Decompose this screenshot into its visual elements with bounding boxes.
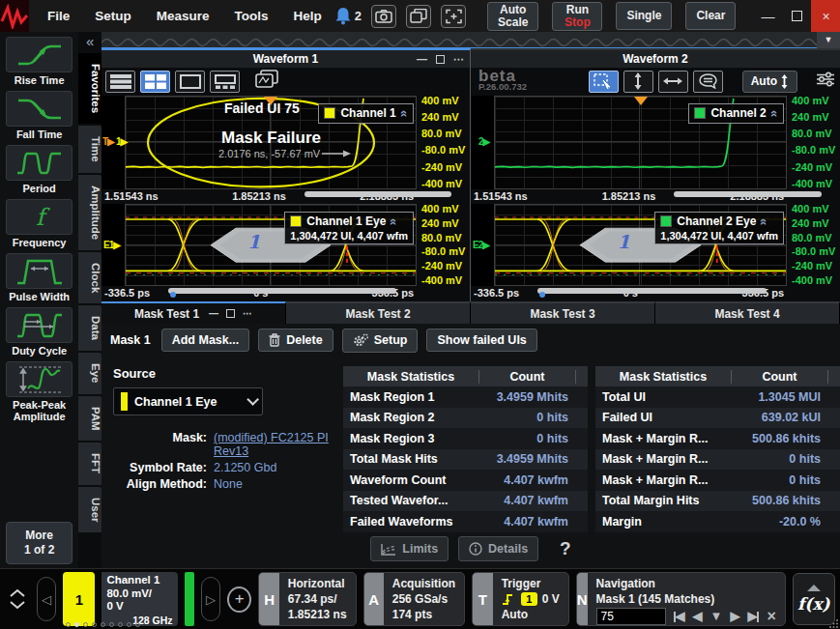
layout-grid-icon[interactable] [140, 71, 170, 93]
minimize-icon[interactable]: — [209, 308, 218, 319]
horizontal-panel[interactable]: H Horizontal 67.34 ps/ 1.85213 ns [258, 572, 356, 626]
show-failed-uis-button[interactable]: Show failed UIs [426, 329, 536, 352]
collapse-badge-icon[interactable]: « [397, 110, 412, 117]
limits-button[interactable]: Limits [370, 536, 449, 561]
column-header-statistics[interactable]: Mask Statistics [595, 370, 732, 384]
horizontal-scrollbar[interactable] [537, 288, 767, 294]
math-function-button[interactable]: f(x) [793, 573, 835, 625]
category-tab[interactable]: Eye [78, 353, 101, 395]
channel1-info-panel[interactable]: Channel 1 80.0 mV/ 0 V 128 GHz [101, 572, 177, 626]
tab-mask-test-2[interactable]: Mask Test 2 [286, 301, 471, 324]
measurement-fall-time[interactable]: Fall Time [6, 91, 72, 140]
menu-item[interactable]: Measure [144, 9, 222, 23]
channel2-eye-badge[interactable]: Channel 2 Eye « 1,304,472 UI, 4,407 wfm [654, 212, 784, 244]
horizontal-scrollbar[interactable] [304, 191, 451, 197]
nav-close-button[interactable]: × [767, 609, 775, 624]
category-tab[interactable]: Time [78, 126, 101, 175]
more-measurements-button[interactable]: More1 of 2 [6, 522, 72, 564]
collapse-badge-icon[interactable]: « [768, 110, 782, 117]
menu-item[interactable]: Setup [82, 9, 144, 23]
vertical-zoom-icon[interactable] [623, 71, 653, 93]
nav-next-button[interactable]: ▶ [730, 609, 739, 624]
horizontal-zoom-icon[interactable] [658, 71, 688, 93]
channel1-eye-plot[interactable]: 1 Channel 1 Eye « 1,304,472 UI, 4,407 wf… [125, 204, 417, 286]
collapse-badge-icon[interactable]: « [757, 218, 771, 225]
annotation-icon[interactable] [693, 71, 723, 93]
details-button[interactable]: Details [458, 536, 538, 561]
category-tab[interactable]: Amplitude [78, 175, 101, 252]
nav-prev-button[interactable]: ◀ [693, 609, 703, 624]
horizontal-scrollbar[interactable] [168, 288, 396, 294]
delete-mask-button[interactable]: Delete [258, 329, 333, 352]
waveform1-titlebar[interactable]: Waveform 1 — ⋯ [101, 50, 470, 68]
zoom-box-icon[interactable] [441, 5, 466, 28]
channel1-plot[interactable]: Failed UI 75 Mask Failure 2.0176 ns, -57… [125, 96, 417, 189]
maximize-icon[interactable] [436, 55, 445, 64]
clear-button[interactable]: Clear [685, 2, 736, 30]
measurement-duty-cycle[interactable]: Duty Cycle [6, 307, 72, 357]
category-tab[interactable]: Favorites [78, 53, 101, 126]
trigger-position-marker[interactable] [634, 97, 648, 105]
layout-split-icon[interactable] [210, 71, 240, 93]
channel2-badge[interactable]: Channel 2 « [688, 103, 784, 124]
notification-bell-icon[interactable] [334, 7, 352, 25]
channel2-plot[interactable]: Channel 2 « [494, 96, 787, 189]
channel2-collapsed-bar[interactable] [185, 572, 194, 626]
collapse-badge-icon[interactable]: « [387, 218, 401, 225]
channel1-ground-marker[interactable]: 1▶ [116, 136, 127, 147]
category-tab[interactable]: User [78, 487, 101, 535]
tab-mask-test-1[interactable]: Mask Test 1 — ⋯ [101, 301, 286, 324]
screenshot-camera-icon[interactable] [371, 5, 396, 28]
tab-mask-test-4[interactable]: Mask Test 4 [655, 301, 840, 324]
column-header-count[interactable]: Count [479, 370, 576, 384]
channel2-eye-plot[interactable]: 1 Channel 2 Eye « 1,304,472 UI, 4,407 wf… [494, 204, 787, 286]
results-dropdown-icon[interactable]: ▼ [817, 32, 840, 48]
channel-page-dots[interactable] [66, 622, 140, 627]
layout-rows-icon[interactable] [105, 71, 135, 93]
measurement-period[interactable]: Period [6, 145, 72, 194]
minimize-window-icon[interactable]: — [753, 0, 782, 32]
measurement-frequency[interactable]: f Frequency [6, 199, 72, 248]
help-icon[interactable]: ? [560, 538, 571, 559]
category-tab[interactable]: Data [78, 305, 101, 353]
add-waveform-button[interactable]: + [227, 586, 251, 613]
add-mask-button[interactable]: Add Mask... [161, 329, 249, 352]
maximize-icon[interactable] [226, 309, 235, 318]
close-window-icon[interactable]: × [811, 0, 840, 32]
horizontal-scrollbar[interactable] [674, 191, 822, 197]
source-select[interactable]: Channel 1 Eye [113, 387, 263, 415]
auto-vertical-scale-button[interactable]: Auto [742, 71, 797, 93]
measurement-pulse-width[interactable]: Pulse Width [6, 253, 72, 302]
category-tab[interactable]: Clock [78, 252, 101, 305]
trigger-level-marker[interactable]: T▶ [102, 136, 114, 147]
mask-file-link[interactable]: (modified) FC2125 PI Rev13 [214, 431, 335, 458]
channel-scroll-left-button[interactable]: ◁ [37, 577, 56, 621]
nav-last-button[interactable]: ▶ [747, 609, 759, 624]
more-icon[interactable]: ⋯ [453, 53, 464, 66]
channel2-ground-marker[interactable]: 2▶ [478, 136, 489, 147]
minimize-icon[interactable]: — [417, 53, 427, 65]
eye2-marker[interactable]: E2▶ [473, 240, 489, 250]
maximize-window-icon[interactable] [782, 0, 811, 32]
acquisition-panel[interactable]: A Acquisition 256 GSa/s 174 pts [363, 572, 466, 626]
menu-item[interactable]: File [35, 9, 82, 23]
measurement-rise-time[interactable]: Rise Time [6, 37, 72, 86]
menu-item[interactable]: Help [281, 9, 334, 23]
menu-item[interactable]: Tools [222, 9, 281, 23]
waveform2-titlebar[interactable]: Waveform 2 [471, 50, 840, 68]
channel-scroll-right-button[interactable]: ▷ [201, 577, 220, 621]
symbol-rate-value[interactable]: 2.1250 Gbd [214, 461, 335, 474]
align-method-value[interactable]: None [214, 477, 335, 491]
resize-grip-icon[interactable] [829, 618, 839, 628]
collapse-sidebar-icon[interactable]: « [78, 32, 101, 53]
nav-down-button[interactable]: ▼ [710, 609, 723, 624]
category-tab[interactable]: PAM [78, 396, 101, 443]
statusbar-collapse-icon[interactable] [5, 586, 30, 612]
auto-scale-button[interactable]: AutoScale [487, 2, 538, 31]
select-region-icon[interactable] [589, 71, 619, 93]
channel1-badge[interactable]: Channel 1 « [318, 103, 414, 124]
results-drag-strip[interactable]: ▼ [101, 32, 840, 48]
layout-single-icon[interactable] [175, 71, 205, 93]
nav-first-button[interactable]: ◀ [674, 609, 685, 624]
tab-mask-test-3[interactable]: Mask Test 3 [471, 301, 655, 324]
